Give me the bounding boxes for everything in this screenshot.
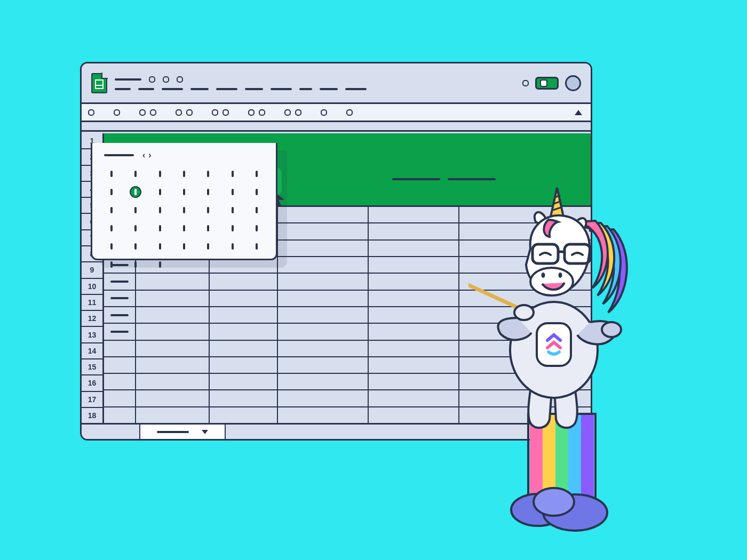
- grid-cell[interactable]: [104, 274, 136, 289]
- calendar-day[interactable]: [207, 243, 209, 250]
- toolbar-collapse-icon[interactable]: [575, 110, 582, 115]
- grid-cell[interactable]: [210, 307, 278, 323]
- grid-cell[interactable]: [369, 374, 459, 389]
- calendar-day[interactable]: [110, 243, 113, 250]
- grid-cell[interactable]: [210, 274, 278, 289]
- grid-cell[interactable]: [278, 374, 369, 389]
- calendar-day[interactable]: [232, 171, 234, 177]
- calendar-day[interactable]: [110, 207, 113, 213]
- grid-cell[interactable]: [278, 307, 369, 323]
- calendar-day[interactable]: [110, 171, 113, 177]
- grid-cell[interactable]: [369, 207, 459, 222]
- grid-cell[interactable]: [136, 390, 210, 406]
- grid-cell[interactable]: [136, 307, 210, 323]
- grid-cell[interactable]: [104, 390, 136, 406]
- grid-cell[interactable]: [278, 407, 369, 423]
- grid-cell[interactable]: [104, 307, 136, 323]
- calendar-day[interactable]: [256, 189, 258, 195]
- grid-cell[interactable]: [369, 407, 459, 423]
- grid-cell[interactable]: [278, 223, 369, 239]
- toolbar-button[interactable]: [88, 109, 94, 116]
- toolbar-button[interactable]: [176, 109, 182, 116]
- toolbar-button[interactable]: [114, 109, 120, 116]
- calendar-day[interactable]: [207, 225, 209, 231]
- calendar-day[interactable]: [183, 207, 185, 213]
- grid-cell[interactable]: [278, 341, 369, 356]
- calendar-next-icon[interactable]: ›: [148, 150, 151, 160]
- grid-cell[interactable]: [278, 324, 369, 339]
- grid-cell[interactable]: [136, 374, 210, 389]
- grid-cell[interactable]: [136, 357, 210, 373]
- row-number[interactable]: 17: [82, 392, 102, 408]
- grid-cell[interactable]: [278, 390, 369, 406]
- grid-cell[interactable]: [104, 341, 136, 356]
- grid-cell[interactable]: [104, 324, 136, 339]
- document-title-area[interactable]: [115, 76, 367, 90]
- date-picker-popup[interactable]: ‹ ›: [91, 143, 277, 260]
- toolbar-button[interactable]: [150, 109, 156, 116]
- calendar-day[interactable]: [207, 189, 209, 195]
- grid-cell[interactable]: [136, 341, 210, 356]
- calendar-day[interactable]: [110, 261, 113, 268]
- calendar-day[interactable]: [159, 189, 161, 195]
- calendar-day[interactable]: [256, 171, 258, 177]
- row-number[interactable]: 16: [82, 375, 102, 391]
- grid-cell[interactable]: [369, 257, 459, 273]
- calendar-day[interactable]: [134, 243, 137, 250]
- row-number[interactable]: 11: [82, 295, 102, 311]
- grid-cell[interactable]: [210, 324, 278, 339]
- row-number[interactable]: 10: [82, 279, 102, 295]
- calendar-day[interactable]: [183, 243, 185, 250]
- toolbar-button[interactable]: [212, 109, 218, 116]
- grid-cell[interactable]: [104, 291, 136, 306]
- grid-cell[interactable]: [278, 274, 369, 289]
- grid-cell[interactable]: [278, 257, 369, 273]
- sheet-tab-menu-icon[interactable]: [202, 430, 208, 434]
- row-number[interactable]: 9: [82, 262, 102, 278]
- grid-cell[interactable]: [278, 357, 369, 373]
- calendar-day[interactable]: [232, 243, 234, 250]
- grid-cell[interactable]: [369, 357, 459, 373]
- grid-cell[interactable]: [278, 207, 369, 222]
- calendar-day[interactable]: [134, 261, 137, 268]
- grid-cell[interactable]: [369, 390, 459, 406]
- comment-icon[interactable]: [522, 80, 529, 86]
- calendar-day[interactable]: [232, 207, 234, 213]
- calendar-day[interactable]: [159, 207, 161, 213]
- toolbar-button[interactable]: [248, 109, 255, 116]
- toolbar-button[interactable]: [295, 109, 301, 116]
- row-number[interactable]: 15: [82, 359, 102, 375]
- calendar-day[interactable]: [134, 171, 137, 177]
- calendar-day[interactable]: [207, 171, 209, 177]
- grid-cell[interactable]: [104, 407, 136, 423]
- calendar-day[interactable]: [183, 189, 185, 195]
- grid-cell[interactable]: [136, 274, 210, 289]
- calendar-day[interactable]: [159, 243, 161, 250]
- grid-cell[interactable]: [369, 274, 459, 289]
- grid-cell[interactable]: [210, 341, 278, 356]
- grid-cell[interactable]: [210, 390, 278, 406]
- calendar-day[interactable]: [110, 225, 113, 231]
- share-button[interactable]: [535, 77, 559, 90]
- grid-cell[interactable]: [369, 307, 459, 323]
- row-number[interactable]: 14: [82, 343, 102, 359]
- grid-cell[interactable]: [136, 407, 210, 423]
- calendar-day[interactable]: [256, 243, 258, 250]
- toolbar-button[interactable]: [346, 109, 353, 116]
- calendar-day[interactable]: [134, 207, 137, 213]
- calendar-day[interactable]: [232, 189, 234, 195]
- account-avatar[interactable]: [565, 75, 581, 91]
- calendar-day[interactable]: [134, 225, 137, 231]
- grid-cell[interactable]: [210, 357, 278, 373]
- calendar-day[interactable]: [256, 207, 258, 213]
- grid-cell[interactable]: [136, 291, 210, 306]
- grid-cell[interactable]: [369, 324, 459, 339]
- calendar-day[interactable]: [159, 261, 161, 268]
- grid-cell[interactable]: [210, 374, 278, 389]
- grid-cell[interactable]: [210, 291, 278, 306]
- sheet-tab[interactable]: [140, 425, 226, 439]
- grid-cell[interactable]: [104, 357, 136, 373]
- calendar-day[interactable]: [207, 207, 209, 213]
- calendar-selected-day[interactable]: [130, 186, 141, 198]
- grid-cell[interactable]: [278, 291, 369, 306]
